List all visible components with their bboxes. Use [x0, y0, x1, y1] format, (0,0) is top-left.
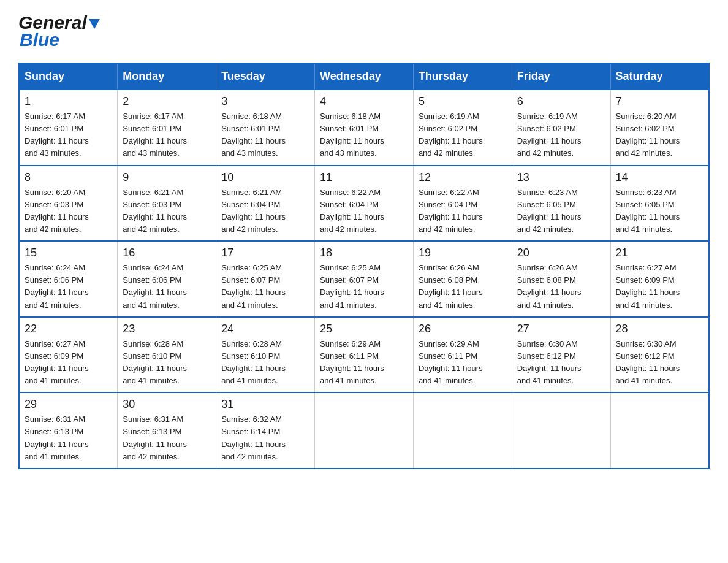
day-info: Sunrise: 6:20 AM Sunset: 6:03 PM Dayligh…: [25, 186, 112, 236]
day-number: 15: [25, 247, 112, 259]
day-info: Sunrise: 6:32 AM Sunset: 6:14 PM Dayligh…: [221, 413, 309, 463]
day-number: 3: [221, 95, 309, 108]
empty-cell: [315, 393, 414, 469]
weekday-header-monday: Monday: [118, 63, 216, 90]
day-info: Sunrise: 6:26 AM Sunset: 6:08 PM Dayligh…: [517, 262, 605, 312]
day-info: Sunrise: 6:24 AM Sunset: 6:06 PM Dayligh…: [123, 262, 211, 312]
calendar-day-25: 25Sunrise: 6:29 AM Sunset: 6:11 PM Dayli…: [315, 317, 414, 393]
day-number: 31: [221, 398, 309, 411]
calendar-day-22: 22Sunrise: 6:27 AM Sunset: 6:09 PM Dayli…: [19, 317, 118, 393]
calendar-day-5: 5Sunrise: 6:19 AM Sunset: 6:02 PM Daylig…: [413, 90, 512, 166]
weekday-header-friday: Friday: [512, 63, 610, 90]
calendar-day-16: 16Sunrise: 6:24 AM Sunset: 6:06 PM Dayli…: [118, 241, 216, 317]
day-info: Sunrise: 6:18 AM Sunset: 6:01 PM Dayligh…: [221, 110, 309, 160]
day-info: Sunrise: 6:25 AM Sunset: 6:07 PM Dayligh…: [221, 262, 309, 312]
weekday-header-thursday: Thursday: [413, 63, 512, 90]
day-number: 6: [517, 95, 605, 108]
day-info: Sunrise: 6:17 AM Sunset: 6:01 PM Dayligh…: [123, 110, 211, 160]
day-info: Sunrise: 6:20 AM Sunset: 6:02 PM Dayligh…: [616, 110, 703, 160]
day-number: 4: [320, 95, 408, 108]
logo: General Blue: [18, 12, 100, 50]
day-number: 5: [419, 95, 507, 108]
calendar-day-11: 11Sunrise: 6:22 AM Sunset: 6:04 PM Dayli…: [315, 166, 414, 242]
day-number: 7: [616, 95, 703, 108]
day-number: 27: [517, 323, 605, 335]
calendar-week-row: 8Sunrise: 6:20 AM Sunset: 6:03 PM Daylig…: [19, 166, 709, 242]
day-info: Sunrise: 6:29 AM Sunset: 6:11 PM Dayligh…: [320, 338, 408, 388]
calendar-day-17: 17Sunrise: 6:25 AM Sunset: 6:07 PM Dayli…: [216, 241, 315, 317]
day-number: 14: [616, 171, 703, 184]
day-info: Sunrise: 6:19 AM Sunset: 6:02 PM Dayligh…: [419, 110, 507, 160]
day-info: Sunrise: 6:28 AM Sunset: 6:10 PM Dayligh…: [221, 338, 309, 388]
day-number: 23: [123, 323, 211, 335]
day-info: Sunrise: 6:31 AM Sunset: 6:13 PM Dayligh…: [25, 413, 112, 463]
day-info: Sunrise: 6:27 AM Sunset: 6:09 PM Dayligh…: [25, 338, 112, 388]
day-info: Sunrise: 6:24 AM Sunset: 6:06 PM Dayligh…: [25, 262, 112, 312]
day-number: 18: [320, 247, 408, 259]
day-info: Sunrise: 6:21 AM Sunset: 6:03 PM Dayligh…: [123, 186, 211, 236]
calendar-day-20: 20Sunrise: 6:26 AM Sunset: 6:08 PM Dayli…: [512, 241, 610, 317]
calendar-week-row: 1Sunrise: 6:17 AM Sunset: 6:01 PM Daylig…: [19, 90, 709, 166]
day-number: 29: [25, 398, 112, 411]
day-number: 9: [123, 171, 211, 184]
weekday-header-saturday: Saturday: [610, 63, 709, 90]
day-number: 26: [419, 323, 507, 335]
calendar-day-3: 3Sunrise: 6:18 AM Sunset: 6:01 PM Daylig…: [216, 90, 315, 166]
weekday-header-sunday: Sunday: [19, 63, 118, 90]
day-info: Sunrise: 6:23 AM Sunset: 6:05 PM Dayligh…: [517, 186, 605, 236]
calendar-day-24: 24Sunrise: 6:28 AM Sunset: 6:10 PM Dayli…: [216, 317, 315, 393]
calendar-day-12: 12Sunrise: 6:22 AM Sunset: 6:04 PM Dayli…: [413, 166, 512, 242]
calendar-day-15: 15Sunrise: 6:24 AM Sunset: 6:06 PM Dayli…: [19, 241, 118, 317]
empty-cell: [512, 393, 610, 469]
day-info: Sunrise: 6:25 AM Sunset: 6:07 PM Dayligh…: [320, 262, 408, 312]
day-number: 21: [616, 247, 703, 259]
weekday-header-tuesday: Tuesday: [216, 63, 315, 90]
calendar-day-29: 29Sunrise: 6:31 AM Sunset: 6:13 PM Dayli…: [19, 393, 118, 469]
day-number: 30: [123, 398, 211, 411]
day-number: 28: [616, 323, 703, 335]
day-number: 1: [25, 95, 112, 108]
weekday-header-wednesday: Wednesday: [315, 63, 414, 90]
day-info: Sunrise: 6:27 AM Sunset: 6:09 PM Dayligh…: [616, 262, 703, 312]
day-info: Sunrise: 6:26 AM Sunset: 6:08 PM Dayligh…: [419, 262, 507, 312]
day-info: Sunrise: 6:19 AM Sunset: 6:02 PM Dayligh…: [517, 110, 605, 160]
page-header: General Blue: [18, 12, 710, 50]
calendar-day-7: 7Sunrise: 6:20 AM Sunset: 6:02 PM Daylig…: [610, 90, 709, 166]
calendar-table: SundayMondayTuesdayWednesdayThursdayFrid…: [18, 63, 710, 469]
calendar-header-row: SundayMondayTuesdayWednesdayThursdayFrid…: [19, 63, 709, 90]
calendar-day-14: 14Sunrise: 6:23 AM Sunset: 6:05 PM Dayli…: [610, 166, 709, 242]
calendar-day-10: 10Sunrise: 6:21 AM Sunset: 6:04 PM Dayli…: [216, 166, 315, 242]
calendar-day-23: 23Sunrise: 6:28 AM Sunset: 6:10 PM Dayli…: [118, 317, 216, 393]
calendar-day-26: 26Sunrise: 6:29 AM Sunset: 6:11 PM Dayli…: [413, 317, 512, 393]
calendar-day-1: 1Sunrise: 6:17 AM Sunset: 6:01 PM Daylig…: [19, 90, 118, 166]
day-number: 12: [419, 171, 507, 184]
day-info: Sunrise: 6:21 AM Sunset: 6:04 PM Dayligh…: [221, 186, 309, 236]
day-number: 22: [25, 323, 112, 335]
calendar-day-2: 2Sunrise: 6:17 AM Sunset: 6:01 PM Daylig…: [118, 90, 216, 166]
calendar-day-18: 18Sunrise: 6:25 AM Sunset: 6:07 PM Dayli…: [315, 241, 414, 317]
day-info: Sunrise: 6:29 AM Sunset: 6:11 PM Dayligh…: [419, 338, 507, 388]
calendar-week-row: 29Sunrise: 6:31 AM Sunset: 6:13 PM Dayli…: [19, 393, 709, 469]
day-number: 2: [123, 95, 211, 108]
day-number: 20: [517, 247, 605, 259]
day-number: 16: [123, 247, 211, 259]
day-number: 24: [221, 323, 309, 335]
day-info: Sunrise: 6:30 AM Sunset: 6:12 PM Dayligh…: [517, 338, 605, 388]
day-number: 13: [517, 171, 605, 184]
calendar-day-19: 19Sunrise: 6:26 AM Sunset: 6:08 PM Dayli…: [413, 241, 512, 317]
day-info: Sunrise: 6:23 AM Sunset: 6:05 PM Dayligh…: [616, 186, 703, 236]
day-number: 8: [25, 171, 112, 184]
empty-cell: [610, 393, 709, 469]
day-info: Sunrise: 6:17 AM Sunset: 6:01 PM Dayligh…: [25, 110, 112, 160]
empty-cell: [413, 393, 512, 469]
day-number: 25: [320, 323, 408, 335]
day-info: Sunrise: 6:28 AM Sunset: 6:10 PM Dayligh…: [123, 338, 211, 388]
calendar-day-27: 27Sunrise: 6:30 AM Sunset: 6:12 PM Dayli…: [512, 317, 610, 393]
calendar-week-row: 15Sunrise: 6:24 AM Sunset: 6:06 PM Dayli…: [19, 241, 709, 317]
calendar-day-13: 13Sunrise: 6:23 AM Sunset: 6:05 PM Dayli…: [512, 166, 610, 242]
day-number: 17: [221, 247, 309, 259]
calendar-day-4: 4Sunrise: 6:18 AM Sunset: 6:01 PM Daylig…: [315, 90, 414, 166]
calendar-week-row: 22Sunrise: 6:27 AM Sunset: 6:09 PM Dayli…: [19, 317, 709, 393]
day-info: Sunrise: 6:22 AM Sunset: 6:04 PM Dayligh…: [419, 186, 507, 236]
logo-triangle-icon: [89, 19, 100, 29]
